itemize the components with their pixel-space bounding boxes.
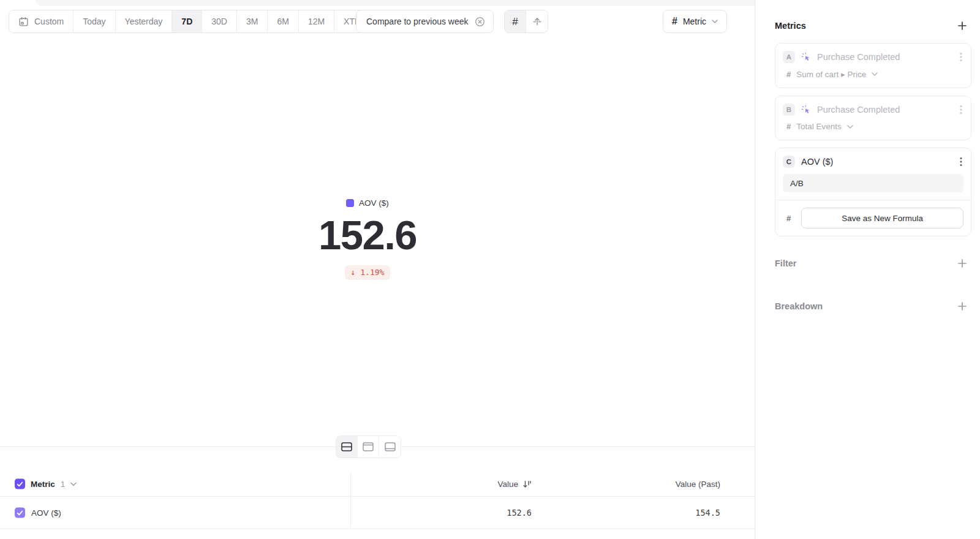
kpi-change-badge: ↓ 1.19% bbox=[345, 265, 391, 280]
metric-group-checkbox[interactable] bbox=[15, 479, 25, 489]
add-metric-button[interactable] bbox=[957, 21, 967, 31]
table-row: AOV ($) 152.6 154.5 bbox=[0, 497, 755, 529]
measure-label-b: Total Events bbox=[796, 122, 842, 131]
metric-hash-icon: # bbox=[672, 17, 677, 26]
metric-badge-a: A bbox=[783, 51, 795, 63]
metric-event-name-b: Purchase Completed bbox=[817, 105, 900, 115]
add-breakdown-button[interactable] bbox=[957, 301, 967, 311]
chevron-down-icon bbox=[70, 482, 77, 486]
hash-icon: # bbox=[786, 122, 791, 131]
legend-label: AOV ($) bbox=[359, 198, 389, 208]
value-format-toggle: # bbox=[504, 10, 548, 33]
split-layout-icon bbox=[341, 442, 352, 451]
range-7d[interactable]: 7D bbox=[172, 10, 202, 32]
metric-badge-c: C bbox=[783, 156, 795, 168]
value-column-header[interactable]: Value bbox=[497, 480, 532, 489]
save-formula-button[interactable]: Save as New Formula bbox=[801, 208, 963, 228]
value-past-column-header[interactable]: Value (Past) bbox=[676, 480, 720, 489]
hash-icon: # bbox=[786, 70, 791, 79]
arrow-up-from-line-icon bbox=[532, 17, 542, 26]
row-metric-name: AOV ($) bbox=[31, 508, 61, 518]
table-column-divider bbox=[350, 473, 351, 528]
add-filter-button[interactable] bbox=[957, 258, 967, 268]
row-value-cell: 152.6 bbox=[507, 508, 532, 518]
metric-group-label: Metric bbox=[31, 480, 55, 489]
hash-format-button[interactable]: # bbox=[505, 10, 526, 32]
analytics-app: Custom Today Yesterday 7D 30D 3M 6M 12M … bbox=[0, 0, 980, 539]
range-3m[interactable]: 3M bbox=[237, 10, 268, 32]
split-view-button[interactable] bbox=[336, 436, 358, 458]
query-sidebar: Metrics A Purchase Completed bbox=[755, 0, 980, 539]
kpi-value: 152.6 bbox=[0, 214, 735, 255]
event-sparkle-icon bbox=[801, 52, 811, 62]
row-checkbox[interactable] bbox=[15, 508, 25, 518]
kpi-big-number: AOV ($) 152.6 ↓ 1.19% bbox=[0, 198, 735, 280]
legend-swatch bbox=[346, 199, 354, 207]
event-sparkle-icon bbox=[801, 105, 811, 115]
row-value-past-cell: 154.5 bbox=[695, 508, 720, 518]
metric-a-menu-button[interactable] bbox=[959, 51, 963, 63]
table-row-divider bbox=[0, 529, 755, 529]
breakdown-section-header: Breakdown bbox=[775, 301, 971, 311]
measure-selector-b[interactable]: # Total Events bbox=[783, 122, 963, 140]
range-today[interactable]: Today bbox=[74, 10, 115, 32]
toolbar: Custom Today Yesterday 7D 30D 3M 6M 12M … bbox=[0, 10, 755, 33]
metric-dropdown-button[interactable]: # Metric bbox=[663, 10, 727, 33]
range-12m[interactable]: 12M bbox=[299, 10, 334, 32]
marker-format-button[interactable] bbox=[526, 10, 548, 32]
date-range-group: Custom Today Yesterday 7D 30D 3M 6M 12M … bbox=[9, 10, 382, 33]
formula-card-c[interactable]: C AOV ($) A/B # Save as New Formula bbox=[775, 148, 971, 236]
range-yesterday[interactable]: Yesterday bbox=[116, 10, 173, 32]
metric-event-name-a: Purchase Completed bbox=[817, 52, 900, 62]
measure-label-a: Sum of cart ▸ Price bbox=[796, 69, 866, 79]
range-6m[interactable]: 6M bbox=[268, 10, 298, 32]
filter-section-header: Filter bbox=[775, 258, 971, 268]
top-strip bbox=[36, 0, 755, 6]
layout-toggle-group bbox=[336, 435, 401, 458]
chart-view-button[interactable] bbox=[358, 436, 379, 458]
kpi-legend: AOV ($) bbox=[0, 198, 735, 208]
formula-c-menu-button[interactable] bbox=[959, 156, 963, 168]
bottom-bar-layout-icon bbox=[385, 442, 396, 451]
range-30d[interactable]: 30D bbox=[202, 10, 237, 32]
metric-b-menu-button[interactable] bbox=[959, 104, 963, 116]
chart-panel: Custom Today Yesterday 7D 30D 3M 6M 12M … bbox=[0, 0, 755, 539]
chevron-down-icon bbox=[872, 72, 878, 76]
filter-title: Filter bbox=[775, 258, 796, 268]
metric-group-index: 1 bbox=[61, 480, 66, 489]
chevron-down-icon bbox=[712, 20, 718, 23]
breakdown-title: Breakdown bbox=[775, 301, 823, 311]
hash-icon: # bbox=[512, 17, 518, 27]
hash-icon: # bbox=[783, 214, 791, 223]
table-header-row: Metric 1 Value Value (Past) bbox=[0, 472, 755, 496]
metrics-title: Metrics bbox=[775, 21, 806, 31]
measure-selector-a[interactable]: # Sum of cart ▸ Price bbox=[783, 69, 963, 88]
remove-compare-icon[interactable] bbox=[475, 17, 485, 27]
metric-card-b[interactable]: B Purchase Completed # Total Events bbox=[775, 96, 971, 140]
results-table: Metric 1 Value Value (Past) bbox=[0, 472, 755, 529]
table-view-button[interactable] bbox=[379, 436, 401, 458]
range-custom[interactable]: Custom bbox=[9, 10, 74, 32]
metric-group-header[interactable]: Metric 1 bbox=[15, 479, 77, 489]
metric-dropdown-label: Metric bbox=[683, 17, 706, 26]
sort-descending-icon bbox=[522, 480, 532, 488]
compare-chip[interactable]: Compare to previous week bbox=[356, 10, 494, 33]
formula-input[interactable]: A/B bbox=[783, 174, 963, 192]
metric-card-a[interactable]: A Purchase Completed # Sum of cart ▸ Pri… bbox=[775, 43, 971, 88]
formula-text: A/B bbox=[790, 179, 804, 188]
calendar-icon bbox=[18, 17, 29, 27]
chevron-down-icon bbox=[847, 125, 853, 129]
metric-badge-b: B bbox=[783, 104, 795, 116]
top-bar-layout-icon bbox=[363, 442, 374, 451]
range-custom-label: Custom bbox=[34, 17, 64, 26]
metrics-section-header: Metrics bbox=[775, 18, 971, 33]
formula-name-c: AOV ($) bbox=[801, 157, 833, 167]
compare-chip-label: Compare to previous week bbox=[366, 17, 469, 26]
